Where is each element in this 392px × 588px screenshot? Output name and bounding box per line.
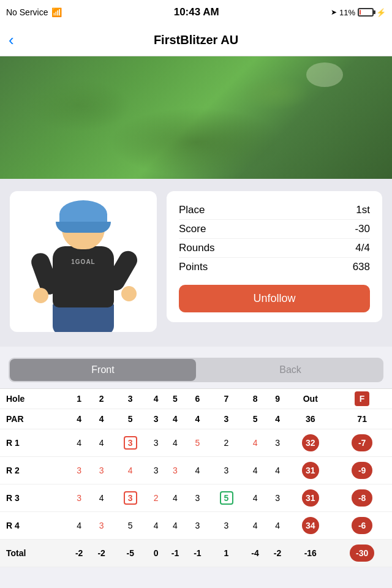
stat-place: Place 1st: [179, 201, 370, 220]
total-h9: -2: [266, 540, 288, 567]
r2-h5: 3: [164, 457, 186, 484]
par-f: 71: [332, 409, 392, 429]
par-1: 4: [68, 409, 90, 429]
total-h2: -2: [90, 540, 112, 567]
out-header: Out: [288, 389, 332, 409]
r2-out: 31: [288, 457, 332, 484]
par-row: PAR 4 4 5 3 4 4 3 5 4 36 71: [0, 409, 392, 429]
total-label: Total: [0, 540, 68, 567]
avatar-hand-left: [33, 288, 48, 303]
r4-f: -6: [332, 512, 392, 540]
par-4: 3: [148, 409, 164, 429]
r1-h4: 3: [148, 429, 164, 457]
hero-banner: [0, 56, 392, 179]
r4-h6: 3: [186, 512, 208, 540]
h2-header: 2: [90, 389, 112, 409]
status-right: ➤ 11% ⚡: [331, 8, 386, 17]
nav-bar: ‹ FirstBlitzer AU: [0, 24, 392, 56]
unfollow-button[interactable]: Unfollow: [179, 285, 370, 312]
scorecard: Hole 1 2 3 4 5 6 7 8 9 Out F PAR 4 4 5 3: [0, 388, 392, 567]
par-7: 3: [209, 409, 244, 429]
r1-row: R 1 4 4 3 3 4 5 2 4 3 32 -7: [0, 429, 392, 457]
par-out: 36: [288, 409, 332, 429]
h9-header: 9: [266, 389, 288, 409]
r4-row: R 4 4 3 5 4 4 3 3 4 4 34 -6: [0, 512, 392, 540]
r4-h8: 4: [244, 512, 266, 540]
avatar-pants: [53, 304, 114, 332]
avatar-card: 1GOAL: [10, 191, 157, 332]
status-bar: No Service 📶 10:43 AM ➤ 11% ⚡: [0, 0, 392, 24]
r2-h8: 4: [244, 457, 266, 484]
avatar-cap-brim: [56, 222, 111, 233]
par-label: PAR: [0, 409, 68, 429]
r4-out: 34: [288, 512, 332, 540]
r2-f: -9: [332, 457, 392, 484]
r4-h5: 4: [164, 512, 186, 540]
par-2: 4: [90, 409, 112, 429]
total-row: Total -2 -2 -5 0 -1 -1 1 -4 -2 -16 -30: [0, 540, 392, 567]
total-f: -30: [332, 540, 392, 567]
r1-h7: 2: [209, 429, 244, 457]
r1-out: 32: [288, 429, 332, 457]
rounds-value: 4/4: [355, 242, 370, 254]
r1-h1: 4: [68, 429, 90, 457]
charging-icon: ⚡: [376, 8, 386, 17]
par-3: 5: [113, 409, 148, 429]
r3-h2: 4: [90, 484, 112, 512]
r1-h8: 4: [244, 429, 266, 457]
par-5: 4: [164, 409, 186, 429]
par-8: 5: [244, 409, 266, 429]
r3-f: -8: [332, 484, 392, 512]
stat-score: Score -30: [179, 220, 370, 239]
r3-h1: 3: [68, 484, 90, 512]
r3-h4: 2: [148, 484, 164, 512]
r1-h5: 4: [164, 429, 186, 457]
r1-h3-score: 3: [124, 436, 137, 450]
r2-h3: 4: [113, 457, 148, 484]
r3-h7: 5: [209, 484, 244, 512]
profile-section: 1GOAL Place 1st Score -30 Rounds 4/4 Poi…: [0, 179, 392, 347]
par-9: 4: [266, 409, 288, 429]
total-h1: -2: [68, 540, 90, 567]
points-value: 638: [353, 261, 370, 273]
back-tab[interactable]: Back: [197, 358, 383, 382]
r3-h3: 3: [113, 484, 148, 512]
r2-row: R 2 3 3 4 3 3 4 3 4 4 31 -9: [0, 457, 392, 484]
r2-h9: 4: [266, 457, 288, 484]
h6-header: 6: [186, 389, 208, 409]
r2-h6: 4: [186, 457, 208, 484]
r1-label: R 1: [0, 429, 68, 457]
score-table: Hole 1 2 3 4 5 6 7 8 9 Out F PAR 4 4 5 3: [0, 389, 392, 567]
score-label: Score: [179, 223, 206, 235]
r4-h7: 3: [209, 512, 244, 540]
stat-rounds: Rounds 4/4: [179, 239, 370, 258]
back-button[interactable]: ‹: [9, 31, 14, 50]
avatar-hand-right: [121, 286, 137, 301]
r3-row: R 3 3 4 3 2 4 3 5 4 3 31 -8: [0, 484, 392, 512]
total-h8: -4: [244, 540, 266, 567]
r3-label: R 3: [0, 484, 68, 512]
status-left: No Service 📶: [6, 7, 62, 17]
h3-header: 3: [113, 389, 148, 409]
stats-card: Place 1st Score -30 Rounds 4/4 Points 63…: [167, 191, 382, 322]
r3-h9: 3: [266, 484, 288, 512]
header-row: Hole 1 2 3 4 5 6 7 8 9 Out F: [0, 389, 392, 409]
r4-h3: 5: [113, 512, 148, 540]
hole-header: Hole: [0, 389, 68, 409]
place-label: Place: [179, 204, 205, 216]
total-h5: -1: [164, 540, 186, 567]
par-6: 4: [186, 409, 208, 429]
r1-h2: 4: [90, 429, 112, 457]
r2-h1: 3: [68, 457, 90, 484]
rounds-label: Rounds: [179, 242, 215, 254]
score-value: -30: [355, 223, 370, 235]
front-tab[interactable]: Front: [10, 359, 196, 381]
stat-points: Points 638: [179, 258, 370, 276]
total-out: -16: [288, 540, 332, 567]
segment-control: Front Back: [9, 358, 383, 382]
r3-h7-score: 5: [220, 491, 233, 505]
total-h7: 1: [209, 540, 244, 567]
r4-h1: 4: [68, 512, 90, 540]
total-h4: 0: [148, 540, 164, 567]
h1-header: 1: [68, 389, 90, 409]
